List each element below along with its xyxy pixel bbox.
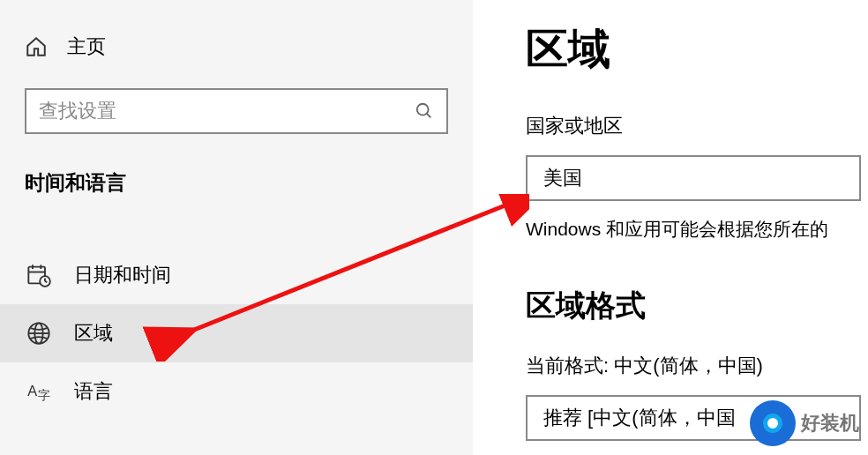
search-input[interactable] [39,100,415,123]
svg-text:字: 字 [38,388,50,402]
globe-icon [26,321,51,346]
watermark: 好装机 [750,400,859,446]
svg-line-8 [45,281,47,282]
sidebar-item-language[interactable]: A 字 语言 [25,362,448,421]
format-title: 区域格式 [526,286,868,326]
country-hint: Windows 和应用可能会根据您所在的 [526,217,868,242]
sidebar-item-label: 语言 [74,378,113,405]
section-title: 时间和语言 [25,169,448,197]
main-content: 区域 国家或地区 美国 Windows 和应用可能会根据您所在的 区域格式 当前… [473,0,868,455]
svg-point-0 [417,104,429,116]
search-box[interactable] [25,88,448,134]
country-dropdown[interactable]: 美国 [526,155,861,201]
sidebar-item-region[interactable]: 区域 [0,304,473,362]
home-label: 主页 [67,34,106,60]
sidebar: 主页 时间和语言 日期和时间 区域 A 字 语言 [0,0,473,455]
sidebar-item-datetime[interactable]: 日期和时间 [25,246,448,304]
country-label: 国家或地区 [526,113,868,139]
svg-text:A: A [27,383,37,399]
calendar-clock-icon [26,263,51,287]
home-icon [25,35,48,58]
search-icon [415,101,434,121]
sidebar-item-label: 日期和时间 [74,262,171,288]
sidebar-item-label: 区域 [74,320,113,347]
current-format: 当前格式: 中文(简体，中国) [526,353,868,379]
country-value: 美国 [543,165,582,191]
language-icon: A 字 [26,379,51,404]
page-title: 区域 [526,21,868,78]
watermark-icon [750,400,796,446]
watermark-text: 好装机 [801,410,859,436]
svg-line-1 [427,114,431,118]
format-value: 推荐 [中文(简体，中国 [543,405,736,431]
home-link[interactable]: 主页 [25,34,448,60]
